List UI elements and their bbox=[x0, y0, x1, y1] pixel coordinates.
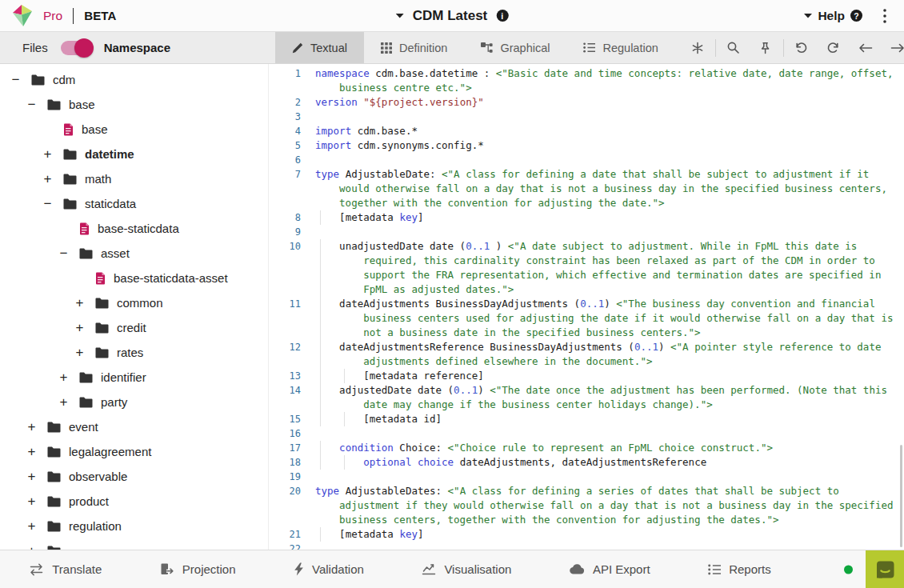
tab-definition[interactable]: Definition bbox=[364, 32, 464, 63]
tree-item-base[interactable]: −base bbox=[0, 92, 268, 117]
file-icon bbox=[63, 123, 74, 136]
plus-expander-icon[interactable]: + bbox=[26, 470, 38, 483]
tree-item-label: asset bbox=[101, 246, 130, 260]
list-icon bbox=[583, 42, 595, 53]
tree-item-partial[interactable]: + bbox=[0, 538, 268, 550]
tree-item-base[interactable]: base bbox=[0, 117, 268, 142]
tree-item-credit[interactable]: +credit bbox=[0, 315, 268, 340]
minus-expander-icon[interactable]: − bbox=[10, 73, 22, 86]
tab-graphical[interactable]: Graphical bbox=[464, 32, 566, 63]
indent-guide bbox=[320, 239, 321, 297]
pin-button[interactable] bbox=[750, 32, 782, 63]
code-token: choice bbox=[418, 456, 454, 468]
namespace-tree: −cdm−basebase+datetime+math−staticdataba… bbox=[0, 64, 269, 550]
footer-item-visualisation[interactable]: Visualisation bbox=[422, 562, 511, 576]
minus-expander-icon[interactable]: − bbox=[42, 197, 54, 210]
code-token: [metadata bbox=[339, 211, 399, 223]
code-token: type bbox=[315, 168, 339, 180]
code-token: 0..1 bbox=[634, 341, 658, 353]
chat-launcher[interactable] bbox=[866, 550, 904, 588]
project-selector[interactable]: CDM Latest i bbox=[396, 0, 509, 31]
code-line-text: [metadata key] bbox=[315, 210, 904, 225]
tree-item-label: base-staticdata bbox=[98, 222, 179, 235]
minus-expander-icon[interactable]: − bbox=[58, 246, 70, 260]
arrow-left-button[interactable] bbox=[850, 32, 882, 63]
namespace-toggle[interactable] bbox=[61, 41, 91, 55]
tree-item-common[interactable]: +common bbox=[0, 290, 268, 315]
line-number: 10 bbox=[269, 239, 301, 254]
code-line-text: namespace cdm.base.datetime : <"Basic da… bbox=[315, 66, 904, 95]
help-menu[interactable]: Help ? bbox=[804, 9, 862, 23]
plus-expander-icon[interactable]: + bbox=[26, 420, 38, 434]
code-line-text: condition Choice: <"Choice rule to repre… bbox=[315, 441, 904, 455]
undo-button[interactable] bbox=[786, 32, 818, 63]
tree-item-staticdata[interactable]: −staticdata bbox=[0, 191, 268, 216]
arrow-right-button[interactable] bbox=[882, 32, 904, 63]
project-title: CDM Latest bbox=[413, 8, 488, 24]
tab-textual[interactable]: Textual bbox=[275, 32, 364, 63]
info-icon[interactable]: i bbox=[496, 10, 508, 22]
tree-item-product[interactable]: +product bbox=[0, 489, 268, 514]
plus-expander-icon[interactable]: + bbox=[58, 370, 70, 384]
tree-item-math[interactable]: +math bbox=[0, 166, 268, 191]
tree-item-label: rates bbox=[117, 346, 143, 359]
folder-icon bbox=[31, 74, 45, 86]
tree-item-datetime[interactable]: +datetime bbox=[0, 142, 268, 166]
view-tabs: TextualDefinitionGraphicalRegulation bbox=[275, 32, 675, 63]
tree-item-observable[interactable]: +observable bbox=[0, 464, 268, 489]
api-export-icon bbox=[570, 564, 585, 574]
tree-item-regulation[interactable]: +regulation bbox=[0, 514, 268, 538]
line-number: 1 bbox=[269, 66, 301, 81]
tree-item-party[interactable]: +party bbox=[0, 390, 268, 414]
tree-item-event[interactable]: +event bbox=[0, 414, 268, 439]
tree-item-label: cdm bbox=[53, 73, 75, 86]
code-token: version bbox=[315, 96, 358, 108]
code-token: cdm.base.datetime : bbox=[370, 67, 496, 79]
indent-guide bbox=[344, 412, 345, 426]
footer-item-projection[interactable]: Projection bbox=[160, 562, 236, 576]
code-editor[interactable]: 1namespace cdm.base.datetime : <"Basic d… bbox=[269, 64, 904, 550]
tree-item-cdm[interactable]: −cdm bbox=[0, 67, 268, 92]
plus-expander-icon[interactable]: + bbox=[26, 494, 38, 508]
footer-item-reports[interactable]: Reports bbox=[708, 562, 771, 576]
footer-item-validation[interactable]: Validation bbox=[294, 562, 364, 576]
code-token: Choice: bbox=[394, 442, 448, 454]
tab-regulation[interactable]: Regulation bbox=[566, 32, 674, 63]
tree-item-rates[interactable]: +rates bbox=[0, 340, 268, 365]
plus-expander-icon[interactable]: + bbox=[58, 395, 70, 409]
tree-item-base-staticdata[interactable]: base-staticdata bbox=[0, 216, 268, 241]
tree-item-legalagreement[interactable]: +legalagreement bbox=[0, 439, 268, 464]
code-token: 0..1 bbox=[454, 384, 478, 396]
redo-icon bbox=[826, 42, 840, 54]
plus-expander-icon[interactable]: + bbox=[42, 147, 54, 161]
plus-expander-icon[interactable]: + bbox=[74, 296, 86, 310]
line-number: 11 bbox=[269, 297, 301, 311]
line-number: 21 bbox=[269, 527, 301, 542]
asterisk-button[interactable] bbox=[682, 32, 714, 63]
plus-expander-icon[interactable]: + bbox=[26, 544, 38, 550]
footer-item-api-export[interactable]: API Export bbox=[570, 562, 650, 576]
plus-expander-icon[interactable]: + bbox=[74, 321, 86, 334]
code-token: dateAdjustmentsReference BusinessDayAdju… bbox=[339, 341, 634, 353]
toolbar: Files Namespace TextualDefinitionGraphic… bbox=[0, 32, 904, 64]
folder-icon bbox=[47, 99, 61, 110]
pro-badge: Pro bbox=[43, 9, 62, 23]
plus-expander-icon[interactable]: + bbox=[26, 519, 38, 533]
code-token: 0..1 bbox=[466, 240, 490, 252]
footer-item-label: Validation bbox=[312, 562, 364, 576]
code-line: 13[metadata reference] bbox=[269, 369, 904, 383]
minus-expander-icon[interactable]: − bbox=[26, 98, 38, 111]
code-token: [metadata reference] bbox=[363, 370, 484, 382]
plus-expander-icon[interactable]: + bbox=[42, 172, 54, 186]
tree-item-base-staticdata-asset[interactable]: base-staticdata-asset bbox=[0, 266, 268, 290]
plus-expander-icon[interactable]: + bbox=[26, 445, 38, 458]
code-line-text: import cdm.base.* bbox=[315, 124, 904, 138]
tree-item-asset[interactable]: −asset bbox=[0, 241, 268, 266]
indent-guide bbox=[320, 297, 321, 340]
tree-item-identifier[interactable]: +identifier bbox=[0, 365, 268, 390]
search-button[interactable] bbox=[718, 32, 750, 63]
redo-button[interactable] bbox=[818, 32, 850, 63]
footer-item-translate[interactable]: Translate bbox=[29, 562, 102, 576]
kebab-menu-icon[interactable] bbox=[883, 9, 886, 23]
plus-expander-icon[interactable]: + bbox=[74, 346, 86, 359]
